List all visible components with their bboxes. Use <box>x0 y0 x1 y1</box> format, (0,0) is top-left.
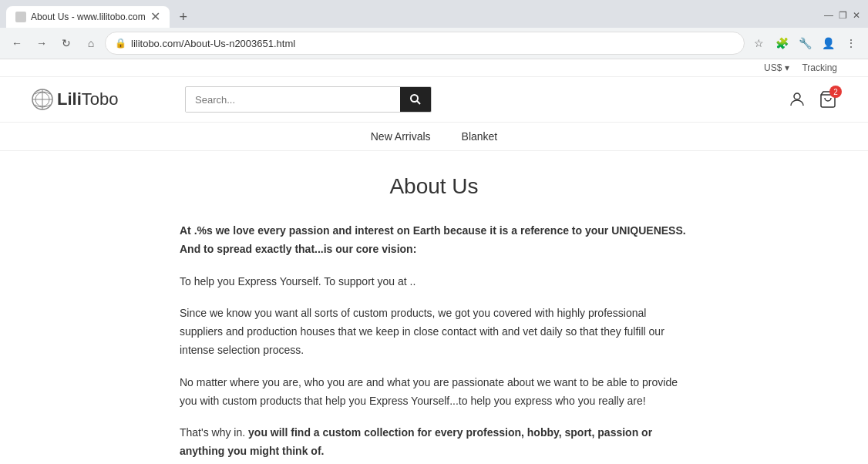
active-tab[interactable]: About Us - www.lilitobo.com ✕ <box>6 6 170 28</box>
page-title: About Us <box>180 174 688 199</box>
search-bar <box>185 86 432 113</box>
site-nav: New Arrivals Blanket <box>0 122 868 151</box>
tab-bar: About Us - www.lilitobo.com ✕ + — ❐ ✕ <box>0 0 868 28</box>
profile-sync-button[interactable]: 🔧 <box>794 32 816 54</box>
minimize-button[interactable]: — <box>823 10 834 21</box>
nav-item-blanket[interactable]: Blanket <box>462 130 498 143</box>
profile-button[interactable]: 👤 <box>817 32 839 54</box>
home-button[interactable]: ⌂ <box>80 32 102 54</box>
menu-button[interactable]: ⋮ <box>840 32 862 54</box>
currency-dropdown-icon: ▾ <box>785 62 789 73</box>
forward-button[interactable]: → <box>31 32 52 54</box>
tracking-label: Tracking <box>802 62 837 73</box>
paragraph-5: That's why in. you will find a custom co… <box>180 424 688 461</box>
cart-badge: 2 <box>829 86 842 98</box>
tracking-link[interactable]: Tracking <box>802 62 837 73</box>
search-input[interactable] <box>186 88 400 112</box>
site-main: About Us At .%s we love every passion an… <box>164 151 704 464</box>
paragraph-1-bold: At .%s we love every passion and interes… <box>180 224 686 255</box>
address-security-icon: 🔒 <box>115 38 126 49</box>
restore-button[interactable]: ❐ <box>837 10 848 21</box>
search-button[interactable] <box>400 87 431 112</box>
account-button[interactable] <box>788 90 806 109</box>
site-header-top: US$ ▾ Tracking <box>0 59 868 77</box>
window-controls: — ❐ ✕ <box>823 10 862 24</box>
reload-button[interactable]: ↻ <box>56 32 77 54</box>
svg-point-6 <box>794 93 800 99</box>
header-actions: 2 <box>788 90 837 109</box>
site-logo[interactable]: LiliTobo <box>31 88 170 111</box>
content-block-5: That's why in. you will find a custom co… <box>180 424 688 461</box>
content-block-3: Since we know you want all sorts of cust… <box>180 304 688 359</box>
close-window-button[interactable]: ✕ <box>851 10 862 21</box>
paragraph-4: No matter where you are, who you are and… <box>180 374 688 411</box>
tab-title: About Us - www.lilitobo.com <box>31 12 146 22</box>
content-block-4: No matter where you are, who you are and… <box>180 374 688 411</box>
svg-line-5 <box>417 101 420 104</box>
site-header-main: LiliTobo <box>0 77 868 122</box>
nav-item-new-arrivals[interactable]: New Arrivals <box>371 130 431 143</box>
logo-icon <box>31 88 54 111</box>
paragraph-2: To help you Express Yourself. To support… <box>180 273 688 291</box>
logo-text: LiliTobo <box>57 89 119 109</box>
account-icon <box>788 90 806 109</box>
content-block-1: At .%s we love every passion and interes… <box>180 222 688 259</box>
nav-bar: ← → ↻ ⌂ 🔒 lilitobo.com/About-Us-n2003651… <box>0 28 868 59</box>
currency-selector[interactable]: US$ ▾ <box>764 62 789 73</box>
search-icon <box>409 93 422 106</box>
currency-label: US$ <box>764 62 782 73</box>
extensions-button[interactable]: 🧩 <box>771 32 792 54</box>
nav-actions: ☆ 🧩 🔧 👤 ⋮ <box>748 32 862 54</box>
cart-button[interactable]: 2 <box>819 90 837 109</box>
tab-favicon <box>15 12 26 22</box>
paragraph-3: Since we know you want all sorts of cust… <box>180 304 688 359</box>
paragraph-1: At .%s we love every passion and interes… <box>180 222 688 259</box>
website: US$ ▾ Tracking LiliTobo <box>0 59 868 464</box>
svg-point-4 <box>411 95 418 102</box>
back-button[interactable]: ← <box>6 32 28 54</box>
tab-close-button[interactable]: ✕ <box>150 11 160 23</box>
new-tab-button[interactable]: + <box>173 6 194 28</box>
browser-chrome: About Us - www.lilitobo.com ✕ + — ❐ ✕ ← … <box>0 0 868 59</box>
address-bar[interactable]: 🔒 lilitobo.com/About-Us-n2003651.html <box>105 32 745 55</box>
content-block-2: To help you Express Yourself. To support… <box>180 273 688 291</box>
address-text: lilitobo.com/About-Us-n2003651.html <box>131 38 735 49</box>
bookmark-button[interactable]: ☆ <box>748 32 769 54</box>
paragraph-5-bold: you will find a custom collection for ev… <box>180 426 652 457</box>
